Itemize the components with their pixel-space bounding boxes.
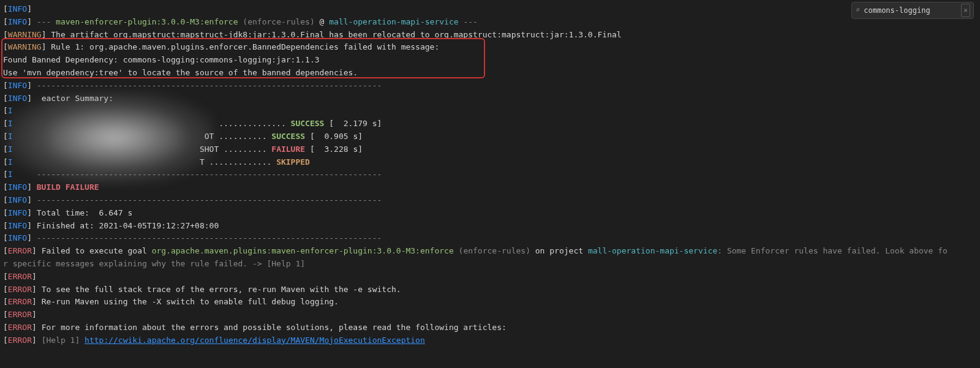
level-error: ERROR <box>8 272 32 281</box>
log-line: [INFO] BUILD FAILURE <box>3 181 977 194</box>
level-info: I <box>8 132 13 141</box>
log-line: [ERROR] <box>3 271 977 284</box>
search-icon: ⌕ <box>856 4 860 16</box>
log-line: [ERROR] For more information about the e… <box>3 321 977 334</box>
search-input[interactable] <box>864 6 957 15</box>
log-line: [ERROR] Failed to execute goal org.apach… <box>3 245 977 258</box>
log-line: [ERROR] Re-run Maven using the -X switch… <box>3 296 977 309</box>
log-line: [INFO] Finished at: 2021-04-05T19:12:27+… <box>3 220 977 233</box>
log-line: Use 'mvn dependency:tree' to locate the … <box>3 67 977 80</box>
log-line: r specific messages explaining why the r… <box>3 258 977 271</box>
level-info: I <box>8 170 13 179</box>
level-error: ERROR <box>8 285 32 294</box>
log-line: [ERROR] [Help 1] http://cwiki.apache.org… <box>3 334 977 347</box>
level-error: ERROR <box>8 246 32 255</box>
level-info: INFO <box>8 4 27 13</box>
console-output: [INFO] [INFO] --- maven-enforcer-plugin:… <box>3 3 977 347</box>
log-line: [INFO] ---------------------------------… <box>3 194 977 207</box>
level-info: I <box>8 106 13 115</box>
level-info: I <box>8 119 13 128</box>
log-line: [WARNING] The artifact org.mapstruct:map… <box>3 29 977 42</box>
log-line: [INFO] ---------------------------------… <box>3 80 977 92</box>
log-line: [ERROR] To see the full stack trace of t… <box>3 284 977 296</box>
log-line: [I <box>3 105 977 118</box>
log-line: [I T ............. SKIPPED <box>3 156 977 169</box>
level-info: I <box>8 157 13 167</box>
level-info: INFO <box>8 94 27 103</box>
level-error: ERROR <box>8 297 32 306</box>
level-info: INFO <box>8 208 27 217</box>
level-info: I <box>8 145 13 154</box>
log-line: [I .............. SUCCESS [ 2.179 s] <box>3 118 977 130</box>
level-error: ERROR <box>8 323 32 332</box>
level-info: INFO <box>8 81 27 90</box>
search-box[interactable]: ⌕ ✕ <box>851 2 974 19</box>
level-info: INFO <box>8 233 27 242</box>
level-info: INFO <box>8 17 27 26</box>
close-icon[interactable]: ✕ <box>961 4 970 17</box>
level-info: INFO <box>8 221 27 230</box>
log-line: [I OT .......... SUCCESS [ 0.905 s] <box>3 130 977 143</box>
level-error: ERROR <box>8 310 32 319</box>
level-warning: WARNING <box>8 30 42 39</box>
log-line: [INFO] eactor Summary: <box>3 92 977 105</box>
help-link[interactable]: http://cwiki.apache.org/confluence/displ… <box>85 336 425 345</box>
log-line: [INFO] <box>3 3 977 16</box>
log-line: [I SHOT ......... FAILURE [ 3.228 s] <box>3 143 977 156</box>
log-line: Found Banned Dependency: commons-logging… <box>3 54 977 67</box>
log-line: [INFO] Total time: 6.647 s <box>3 207 977 220</box>
level-error: ERROR <box>8 336 32 345</box>
level-info: INFO <box>8 182 27 192</box>
level-warning: WARNING <box>8 42 42 51</box>
log-line: [ERROR] <box>3 309 977 321</box>
log-line: [INFO] --- maven-enforcer-plugin:3.0.0-M… <box>3 16 977 29</box>
log-line: [WARNING] Rule 1: org.apache.maven.plugi… <box>3 41 977 54</box>
log-line: [INFO] ---------------------------------… <box>3 232 977 245</box>
level-info: INFO <box>8 195 27 205</box>
log-line: [I -------------------------------------… <box>3 168 977 181</box>
